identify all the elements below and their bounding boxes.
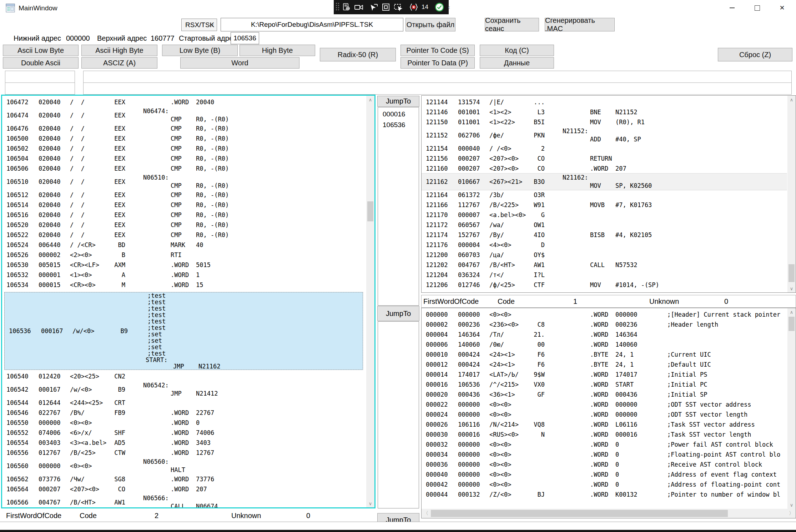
jumpto-button-top[interactable]: JumpTo xyxy=(377,96,419,107)
listing-row[interactable]: CMPR0, -(R0)106516020040/ /EEX xyxy=(2,210,366,220)
listing-row[interactable]: .WORD0;Power fail AST control block00003… xyxy=(422,440,787,450)
listing-row[interactable]: RETURN121156000207<207><0>CO xyxy=(422,154,787,164)
listing-row[interactable]: N06566:CALLN06674106566004767/В/<HT>AW1 xyxy=(2,494,366,507)
low-byte-button[interactable]: Low Byte (B) xyxy=(162,45,238,56)
listing-row[interactable]: .BYTE24, 1;Current UIC000010000424<24><1… xyxy=(422,350,787,360)
word-button[interactable]: Word xyxy=(180,57,299,69)
listing-row[interactable]: .WORD1106532000001<1><0>A xyxy=(2,270,366,280)
capture-target-icon[interactable] xyxy=(342,3,351,11)
listing-row[interactable]: ;test;test;test;test;test;test;set;set;s… xyxy=(4,292,363,370)
data-button[interactable]: Данные xyxy=(480,57,554,69)
listing-row[interactable]: MOV#1014, -(SP)121206012746/ф/<25>CTF xyxy=(422,280,787,290)
error-count-icon[interactable] xyxy=(409,3,418,11)
listing-row[interactable]: .WORD000016;Task SST vector length000030… xyxy=(422,430,787,440)
jumpto-list-top[interactable]: 000016 106536 xyxy=(378,107,419,306)
ascii-low-byte-button[interactable]: Ascii Low Byte xyxy=(3,45,79,56)
listing-row[interactable]: .WORD000000;ODT SST vector address000022… xyxy=(422,400,787,410)
scrollbar-thumb[interactable] xyxy=(431,510,728,517)
listing-row[interactable]: 121144131574/|Е/... xyxy=(422,97,787,107)
pointer-to-data-button[interactable]: Pointer To Data (P) xyxy=(400,57,475,69)
jumpto-button-middle[interactable]: JumpTo xyxy=(377,306,419,321)
listing-row[interactable]: 121164061372/3b/O3R xyxy=(422,190,787,200)
listing-row[interactable]: .BYTE24, 1;Default UIC000012000424<24><1… xyxy=(422,360,787,370)
camera-icon[interactable] xyxy=(354,3,363,11)
listing-row[interactable]: .WORD140060000006140060/0ю/00 xyxy=(422,340,787,350)
close-button[interactable]: ✕ xyxy=(770,0,795,16)
vertical-scrollbar[interactable]: ∧ ∨ xyxy=(366,96,374,507)
listing-row[interactable]: .WORD000000;[Header] Current stack point… xyxy=(422,310,787,320)
stop-record-icon[interactable] xyxy=(382,3,390,11)
listing-row[interactable]: .WORD000436;Initial SP000020000436<36><1… xyxy=(422,390,787,400)
empty-field[interactable] xyxy=(5,82,75,95)
scrollbar-thumb[interactable] xyxy=(789,317,795,331)
listing-row[interactable]: .WORD000236;Header length000002000236<23… xyxy=(422,320,787,330)
scrollbar-thumb[interactable] xyxy=(789,264,795,282)
high-byte-button[interactable]: High Byte xyxy=(240,45,315,56)
listing-row[interactable]: CMPR0, -(R0)106504020040/ /EEX xyxy=(2,154,366,164)
scroll-left-icon[interactable]: 〈 xyxy=(422,509,430,518)
code-button[interactable]: Код (C) xyxy=(480,45,554,56)
listing-row[interactable]: 106544012644<244><25>CRT xyxy=(2,398,366,408)
empty-field[interactable] xyxy=(5,71,75,83)
scroll-up-icon[interactable]: ∧ xyxy=(366,96,374,104)
listing-row[interactable]: .WORD207106564000207<207><0>CO xyxy=(2,484,366,494)
pointer-to-code-button[interactable]: Pointer To Code (S) xyxy=(400,45,475,56)
listing-row[interactable]: CMPR0, -(R0)106476020040/ /EEX xyxy=(2,124,366,134)
listing-row[interactable]: CALLN57532121202004767/В/<HT>AW1 xyxy=(422,260,787,270)
open-file-button[interactable]: Открыть файл xyxy=(405,18,455,31)
listing-row[interactable]: CMPR0, -(R0)106506020040/ /EEX xyxy=(2,164,366,174)
listing-row[interactable]: .WORD5015106530005015<CR><LF>AXM xyxy=(2,260,366,270)
listing-row[interactable]: .WORDL06116;Task SST vector address00002… xyxy=(422,420,787,430)
file-path-input[interactable]: K:\Repo\ForDebug\DisAsm\PIPFSL.TSK xyxy=(221,18,403,31)
listing-row[interactable]: .WORD3403106554003403<3><a.bel>AD5 xyxy=(2,438,366,448)
listing-row[interactable]: N06474:CMPR0, -(R0)106474020040/ /EEX xyxy=(2,107,366,124)
reset-button[interactable]: Сброс (Z) xyxy=(718,48,792,61)
listing-row[interactable]: 106540012420<20><25>CN2 xyxy=(2,371,366,381)
scroll-down-icon[interactable]: ∨ xyxy=(366,500,374,507)
radix50-button[interactable]: Radix-50 (R) xyxy=(320,48,396,61)
listing-row[interactable]: CMPR0, -(R0)106514020040/ /EEX xyxy=(2,200,366,210)
cursor-select-icon[interactable] xyxy=(370,3,378,11)
start-address-input[interactable]: 106536 xyxy=(231,32,259,44)
listing-row[interactable]: .WORDSTART;Initial PC000016106536/^/<215… xyxy=(422,380,787,390)
empty-field[interactable] xyxy=(83,71,792,83)
save-session-button[interactable]: Сохранить сеанс xyxy=(485,18,539,31)
listing-row[interactable]: .WORD20040106472020040/ /EEX xyxy=(2,97,366,107)
horizontal-scrollbar[interactable]: 〈 〉 xyxy=(422,509,796,518)
listing-row[interactable]: .WORD74006106552074006<6>/x/SHF xyxy=(2,428,366,438)
scrollbar-thumb[interactable] xyxy=(367,201,373,221)
collapse-toolbar-icon[interactable]: ‹ xyxy=(448,4,450,11)
disassembly-panel-left[interactable]: .WORD20040106472020040/ /EEXN06474:CMPR0… xyxy=(1,95,376,508)
scroll-down-icon[interactable]: ∨ xyxy=(787,501,796,509)
region-select-icon[interactable] xyxy=(393,3,403,11)
listing-row[interactable]: 121172060567/wa/OW1 xyxy=(422,220,787,230)
listing-row[interactable]: .WORD22767106546022767/В%/FB9 xyxy=(2,408,366,418)
disassembly-listing[interactable]: .WORD20040106472020040/ /EEXN06474:CMPR0… xyxy=(2,97,366,507)
listing-row[interactable]: MOV(R0), R1121150011001<1><22>B5I xyxy=(422,117,787,127)
empty-field[interactable] xyxy=(83,82,792,95)
listing-row[interactable]: CMPR0, -(R0)106500020040/ /EEX xyxy=(2,134,366,144)
listing-row[interactable]: N06560:HALT106560000000<0><0> xyxy=(2,458,366,474)
listing-row[interactable]: CMPR0, -(R0)106502020040/ /EEX xyxy=(2,144,366,154)
maximize-button[interactable] xyxy=(745,0,770,16)
listing-row[interactable]: N21162:MOVSP, K02560121162010667<267><21… xyxy=(422,174,787,190)
jumpto-item[interactable]: 106536 xyxy=(378,120,419,130)
listing-row[interactable]: .WORD0;Floating-point AST control blo000… xyxy=(422,450,787,460)
listing-row[interactable]: .WORD12767106556012767/В/<25>CTW xyxy=(2,448,366,458)
vertical-scrollbar[interactable]: ∧ ∨ xyxy=(787,308,796,509)
disassembly-panel-right-bottom[interactable]: .WORD000000;[Header] Current stack point… xyxy=(421,308,796,518)
listing-row[interactable]: CMPR0, -(R0)106512020040/ /EEX xyxy=(2,190,366,200)
asciz-button[interactable]: ASCIZ (A) xyxy=(81,57,157,69)
listing-row[interactable]: .WORD73776106562073776/Чw/SG8 xyxy=(2,474,366,484)
scroll-right-icon[interactable]: 〉 xyxy=(787,509,796,518)
listing-row[interactable]: RTI106526000002<2><0>B xyxy=(2,250,366,260)
listing-row[interactable]: .WORD174017;Initial PS000014174017<LAT>/… xyxy=(422,370,787,380)
vertical-scrollbar[interactable]: ∧ ∨ xyxy=(787,96,796,292)
listing-row[interactable]: .WORD146364000004146364/Тл/21. xyxy=(422,330,787,340)
listing-row[interactable]: .WORD0;Receive AST control block00003600… xyxy=(422,460,787,470)
disassembly-listing[interactable]: 121144131574/|Е/...BNEN21152121146001001… xyxy=(422,97,787,292)
scroll-down-icon[interactable]: ∨ xyxy=(787,285,796,292)
scroll-up-icon[interactable]: ∧ xyxy=(787,96,796,104)
listing-row[interactable]: 121176000004<4><0>D xyxy=(422,240,787,250)
listing-row[interactable]: 121210001014<FF><2>MD xyxy=(422,290,787,292)
